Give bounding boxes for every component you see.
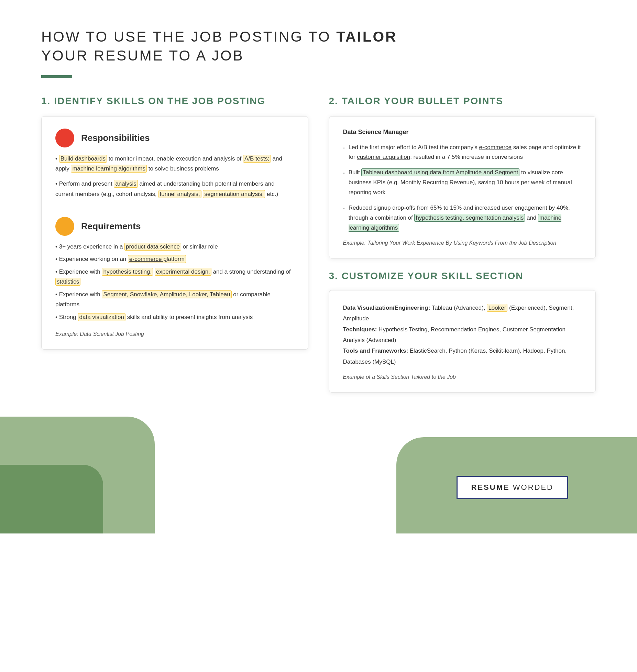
- bottom-area: RESUME WORDED: [0, 403, 637, 533]
- page-title: HOW TO USE THE JOB POSTING TO TAILOR YOU…: [41, 27, 596, 65]
- section3-example: Example of a Skills Section Tailored to …: [343, 374, 582, 380]
- resp-bullet-1: • Build dashboards to monitor impact, en…: [55, 154, 294, 174]
- left-column: 1. IDENTIFY SKILLS ON THE JOB POSTING Re…: [41, 95, 308, 350]
- section2-card: Data Science Manager Led the first major…: [329, 116, 596, 258]
- responsibilities-subsection: Responsibilities • Build dashboards to m…: [55, 129, 294, 199]
- viz-label: Data Visualization/Engineering:: [343, 305, 430, 311]
- tools-label: Tools and Frameworks:: [343, 348, 408, 354]
- card-divider: [55, 208, 294, 208]
- req-item-3: Experience with hypothesis testing, expe…: [55, 267, 294, 287]
- section3-heading: 3. CUSTOMIZE YOUR SKILL SECTION: [329, 271, 596, 282]
- section1-heading: 1. IDENTIFY SKILLS ON THE JOB POSTING: [41, 95, 308, 107]
- badge-resume: RESUME: [471, 483, 510, 492]
- tech-label: Techniques:: [343, 326, 377, 333]
- section2-bullet-1: Led the first major effort to A/B test t…: [343, 143, 582, 163]
- section1-example: Example: Data Scientist Job Posting: [55, 331, 294, 337]
- resume-worded-badge: RESUME WORDED: [457, 476, 568, 499]
- req-item-5: Strong data visualization skills and abi…: [55, 312, 294, 322]
- red-circle-icon: [55, 129, 74, 147]
- section2-bullet-3: Reduced signup drop-offs from 65% to 15%…: [343, 203, 582, 233]
- section2-bullet-2: Built Tableau dashboard using data from …: [343, 168, 582, 198]
- section3-card: Data Visualization/Engineering: Tableau …: [329, 290, 596, 393]
- requirements-header: Requirements: [55, 217, 294, 236]
- badge-worded: WORDED: [510, 483, 553, 492]
- resp-bullet-2: • Perform and present analysis aimed at …: [55, 179, 294, 199]
- orange-circle-icon: [55, 217, 74, 236]
- skills-text: Data Visualization/Engineering: Tableau …: [343, 302, 582, 367]
- requirements-list: 3+ years experience in a product data sc…: [55, 242, 294, 322]
- req-item-2: Experience working on an e-commerce plat…: [55, 254, 294, 264]
- requirements-subsection: Requirements 3+ years experience in a pr…: [55, 217, 294, 322]
- green-wave-left-small: [0, 465, 103, 533]
- responsibilities-title: Responsibilities: [81, 133, 150, 143]
- responsibilities-header: Responsibilities: [55, 129, 294, 147]
- section1-card: Responsibilities • Build dashboards to m…: [41, 116, 308, 350]
- req-item-1: 3+ years experience in a product data sc…: [55, 242, 294, 252]
- section2-heading: 2. TAILOR YOUR BULLET POINTS: [329, 95, 596, 107]
- green-divider: [41, 75, 72, 78]
- job-title: Data Science Manager: [343, 129, 582, 136]
- right-column: 2. TAILOR YOUR BULLET POINTS Data Scienc…: [329, 95, 596, 403]
- two-column-layout: 1. IDENTIFY SKILLS ON THE JOB POSTING Re…: [41, 95, 596, 403]
- badge-text: RESUME WORDED: [471, 483, 553, 492]
- requirements-title: Requirements: [81, 221, 141, 232]
- main-container: HOW TO USE THE JOB POSTING TO TAILOR YOU…: [0, 0, 637, 403]
- req-item-4: Experience with Segment, Snowflake, Ampl…: [55, 290, 294, 310]
- section2-example: Example: Tailoring Your Work Experience …: [343, 240, 582, 246]
